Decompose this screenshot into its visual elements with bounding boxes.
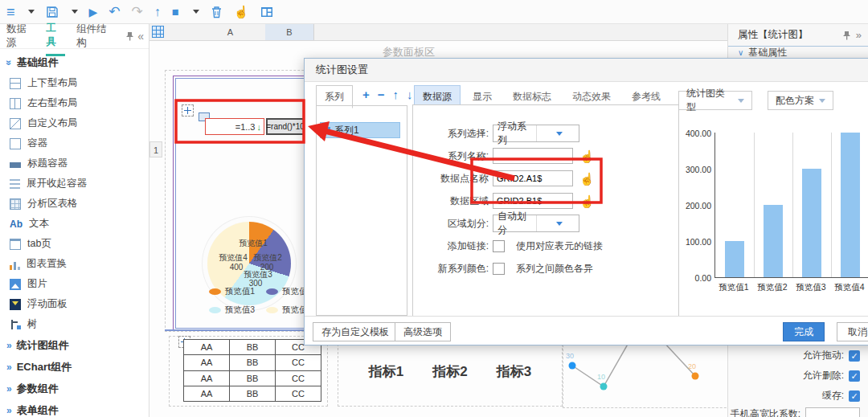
save-template-button[interactable]: 存为自定义模板 — [313, 322, 398, 341]
x-axis-labels: 预览值1 预览值2 预览值3 预览值4 — [714, 282, 868, 293]
run-icon[interactable]: ▶ — [89, 6, 98, 18]
x-tick-label: 预览值4 — [830, 282, 868, 293]
format-caret-icon[interactable] — [193, 10, 199, 14]
tree-icon — [10, 319, 21, 330]
delete-icon[interactable] — [211, 6, 223, 18]
chart-type-button[interactable]: 统计图类型 — [678, 91, 752, 110]
panel-icon[interactable] — [260, 6, 273, 18]
advanced-options-button[interactable]: 高级选项 — [395, 322, 451, 341]
legend-item: 预览值3 — [209, 305, 255, 316]
cell-picker-hand-icon[interactable]: ☝ — [579, 173, 595, 185]
table-row: AABBCC — [184, 355, 321, 370]
collapse-sidebar-icon[interactable]: « — [137, 30, 144, 43]
save-caret-icon[interactable] — [72, 10, 78, 14]
aspect-ratio-input[interactable] — [805, 407, 860, 417]
region-division-dropdown[interactable]: 自动划分 — [493, 215, 579, 232]
sidebar-item-layout-top-bottom[interactable]: 上下型布局 — [0, 73, 149, 93]
column-header-b[interactable]: B — [265, 24, 314, 40]
remove-series-button[interactable]: − — [378, 88, 385, 101]
tab-tools[interactable]: 工具 — [46, 17, 65, 56]
dropdown-caret-icon — [738, 99, 744, 103]
formula-cell-series[interactable]: =1..3 ↓ — [205, 118, 264, 135]
form-row-region-division: 区域划分: 自动划分 — [413, 215, 678, 232]
move-down-button[interactable]: ↓ — [407, 88, 413, 101]
pie-label: 预览值1 — [239, 238, 268, 249]
sidebar-item-chart-switch[interactable]: 图表置换 — [0, 254, 149, 274]
chevron-right-icon: » — [6, 340, 12, 351]
tab-structure[interactable]: 组件结构 — [76, 18, 114, 55]
use-cell-link-checkbox[interactable] — [493, 240, 505, 252]
sidebar-item-layout-custom[interactable]: 自定义布局 — [0, 113, 149, 133]
row-header-1[interactable]: 1 — [149, 141, 162, 157]
sheet-corner-icon[interactable] — [152, 26, 164, 38]
expand-panel-icon[interactable]: » — [856, 29, 862, 41]
form-row-add-link: 添加链接: 使用对应表元的链接 — [413, 237, 678, 255]
cell-picker-hand-icon[interactable]: ☝ — [579, 150, 595, 162]
upload-icon[interactable]: ↑ — [154, 6, 161, 18]
sidebar-item-analysis-table[interactable]: 分析区表格 — [0, 194, 149, 214]
pin-icon[interactable] — [125, 31, 134, 41]
series-select-dropdown[interactable]: 浮动系列 — [493, 125, 579, 142]
bar-slot — [715, 133, 754, 277]
container-icon — [10, 138, 21, 149]
allow-delete-checkbox[interactable]: ✓ — [849, 370, 860, 382]
sidebar-item-title-container[interactable]: 标题容器 — [0, 153, 149, 174]
data-area-input[interactable] — [493, 193, 573, 209]
section-chart-components[interactable]: »统计图组件 — [0, 334, 149, 356]
sidebar-item-layout-left-right[interactable]: 左右型布局 — [0, 93, 149, 113]
form-row-series-name: 系列名称: ☝ — [413, 147, 678, 165]
sidebar-item-collapse-container[interactable]: 展开收起容器 — [0, 174, 149, 194]
sidebar-item-image[interactable]: 图片 — [0, 274, 149, 294]
tab-datasource[interactable]: 数据源 — [6, 18, 35, 55]
allow-drag-checkbox[interactable]: ✓ — [849, 350, 860, 362]
cache-checkbox[interactable]: ✓ — [849, 390, 860, 402]
sidebar-item-tree[interactable]: 树 — [0, 314, 149, 334]
pie-value: 400 — [230, 263, 244, 272]
move-up-button[interactable]: ↑ — [393, 88, 399, 101]
redo-icon[interactable]: ↷ — [132, 5, 143, 18]
finish-button[interactable]: 完成 — [783, 322, 825, 341]
chevron-right-icon: » — [6, 362, 12, 373]
preview-table[interactable]: AABBCC AABBCC AABBCC AABBCC — [183, 339, 321, 402]
x-tick-label: 预览值2 — [753, 282, 792, 293]
sidebar-item-tab-page[interactable]: tab页 — [0, 234, 149, 254]
property-row-cache: 缓存: ✓ — [728, 386, 868, 406]
cell-picker-hand-icon[interactable]: ☝ — [579, 195, 595, 207]
section-parameter-components[interactable]: »参数组件 — [0, 378, 149, 399]
analysis-table-icon — [10, 198, 21, 210]
sidebar-item-floating-panel[interactable]: 浮动面板 — [0, 294, 149, 314]
x-tick-label: 预览值3 — [792, 282, 830, 293]
add-series-button[interactable]: + — [362, 88, 370, 101]
color-scheme-button[interactable]: 配色方案 — [768, 91, 833, 110]
bar-slot — [831, 133, 868, 277]
formula-cell-rand[interactable]: =rand()*10 — [266, 118, 305, 135]
bar-slot — [792, 133, 831, 277]
section-basic-properties[interactable]: ∨ 基础属性 — [728, 46, 868, 59]
form-row-data-point-name: 数据点名称 ☝ — [413, 170, 678, 187]
hand-icon[interactable]: ☝ — [234, 6, 249, 18]
y-tick-label: 100.00 — [676, 237, 711, 247]
title-container-icon — [10, 162, 21, 168]
series-name-input[interactable] — [493, 148, 573, 164]
y-tick-label: 0.00 — [676, 273, 711, 283]
series-list-item[interactable]: 系列1 — [320, 122, 400, 138]
metrics-widget: 指标1 指标2 指标3 — [338, 336, 563, 407]
sidebar-item-container[interactable]: 容器 — [0, 133, 149, 153]
section-form-components[interactable]: »表单组件 — [0, 399, 149, 417]
data-point-name-input[interactable] — [493, 170, 573, 186]
pin-icon[interactable] — [842, 31, 851, 40]
layout-top-bottom-icon — [10, 78, 21, 89]
cancel-button[interactable]: 取消 — [837, 322, 868, 341]
y-tick-label: 300.00 — [676, 165, 711, 174]
distinct-colors-checkbox[interactable] — [493, 263, 505, 275]
format-brush-icon[interactable]: ◆ — [170, 5, 182, 18]
column-header-a[interactable]: A — [195, 24, 266, 40]
menu-icon[interactable]: ≡ — [6, 5, 15, 19]
metric-label: 指标2 — [432, 362, 467, 381]
undo-icon[interactable]: ↶ — [108, 5, 120, 18]
sidebar-item-text[interactable]: Ab文本 — [0, 214, 149, 234]
menu-caret-icon[interactable] — [28, 10, 35, 14]
section-echart-components[interactable]: »EChart组件 — [0, 356, 149, 378]
legend-swatch — [266, 288, 278, 295]
move-handle-icon[interactable] — [182, 104, 194, 117]
